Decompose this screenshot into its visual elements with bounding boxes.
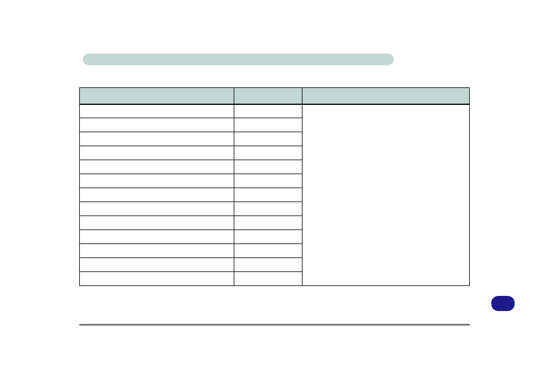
- table-cell-b: [234, 160, 302, 174]
- section-header-bar: [83, 54, 394, 65]
- table-cell-b: [234, 272, 302, 286]
- table-cell-a: [80, 174, 234, 188]
- table-cell-b: [234, 132, 302, 146]
- table-cell-a: [80, 202, 234, 216]
- table-cell-a: [80, 118, 234, 132]
- table-cell-b: [234, 188, 302, 202]
- table-cell-a: [80, 272, 234, 286]
- table-header-row: [80, 88, 470, 104]
- table-cell-b: [234, 258, 302, 272]
- table-row: [80, 104, 470, 118]
- table-cell-b: [234, 216, 302, 230]
- table-cell-b: [234, 174, 302, 188]
- table-cell-b: [234, 104, 302, 118]
- table-cell-a: [80, 160, 234, 174]
- table-cell-b: [234, 118, 302, 132]
- table-cell-a: [80, 216, 234, 230]
- table-cell-a: [80, 258, 234, 272]
- data-table: [79, 87, 470, 286]
- table-header-col-b: [234, 88, 302, 104]
- table-cell-b: [234, 146, 302, 160]
- footer-divider: [79, 324, 470, 326]
- table-cell-a: [80, 188, 234, 202]
- table-cell-a: [80, 230, 234, 244]
- page-number-badge: [491, 296, 515, 311]
- table-cell-a: [80, 132, 234, 146]
- table-cell-b: [234, 244, 302, 258]
- table-header-col-a: [80, 88, 234, 104]
- table-header-col-c: [302, 88, 470, 104]
- table-notes-cell: [302, 104, 470, 286]
- table-cell-b: [234, 230, 302, 244]
- table-cell-a: [80, 146, 234, 160]
- table-cell-b: [234, 202, 302, 216]
- table-cell-a: [80, 244, 234, 258]
- table-cell-a: [80, 104, 234, 118]
